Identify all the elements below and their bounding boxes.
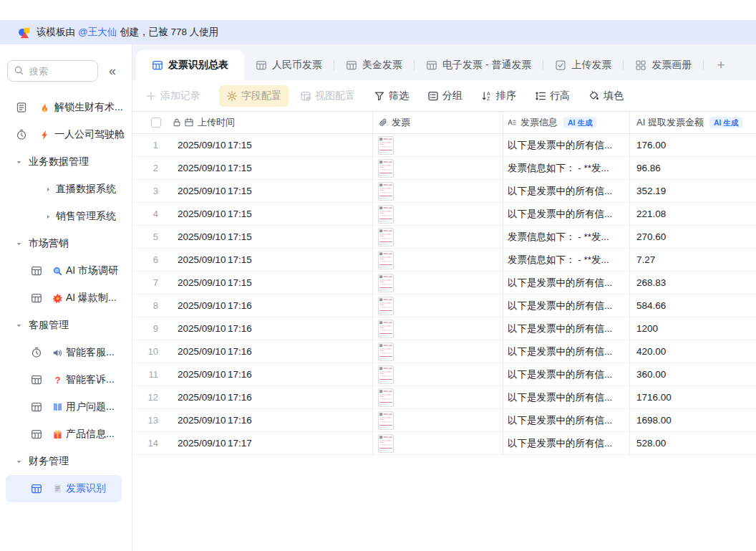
table-row[interactable]: 82025/09/1017:16以下是发票中的所有信...584.66: [132, 294, 756, 317]
invoice-thumbnail[interactable]: [378, 228, 394, 246]
cell-invoice-attachment[interactable]: [372, 294, 503, 317]
invoice-thumbnail[interactable]: [378, 342, 394, 361]
table-row[interactable]: 122025/09/1017:16以下是发票中的所有信...1716.00: [132, 386, 756, 409]
tab-5[interactable]: 发票画册: [624, 50, 703, 80]
cell-invoice-info[interactable]: 以下是发票中的所有信...: [503, 203, 629, 225]
cell-invoice-attachment[interactable]: [372, 363, 503, 385]
cell-invoice-info[interactable]: 发票信息如下： - **发...: [503, 226, 629, 248]
toolbar-plus-button[interactable]: 添加记录: [145, 90, 200, 102]
cell-upload-time[interactable]: 92025/09/1017:16: [132, 317, 372, 340]
column-header-invoice[interactable]: 发票: [372, 112, 503, 133]
cell-amount[interactable]: 7.27: [629, 249, 756, 271]
sidebar-item-10[interactable]: ?智能客诉...: [0, 366, 132, 393]
sidebar-item-2[interactable]: 业务数据管理: [0, 148, 132, 176]
sidebar-collapse-button[interactable]: «: [109, 64, 116, 77]
cell-amount[interactable]: 1716.00: [629, 386, 756, 408]
cell-amount[interactable]: 268.83: [629, 272, 756, 294]
cell-amount[interactable]: 352.19: [629, 180, 756, 202]
toolbar-groupicon-button[interactable]: 分组: [427, 90, 462, 102]
toolbar-viewcfg-button[interactable]: 视图配置: [300, 90, 355, 102]
cell-invoice-info[interactable]: 以下是发票中的所有信...: [503, 363, 629, 385]
cell-amount[interactable]: 270.60: [629, 226, 756, 248]
cell-amount[interactable]: 221.08: [629, 203, 756, 225]
tab-3[interactable]: 电子发票 - 普通发票: [415, 50, 543, 80]
invoice-thumbnail[interactable]: [378, 136, 394, 155]
cell-invoice-attachment[interactable]: [372, 317, 503, 340]
column-header-amount[interactable]: AI 提取发票金额 AI 生成: [629, 112, 756, 133]
invoice-thumbnail[interactable]: [378, 320, 394, 338]
cell-invoice-attachment[interactable]: [372, 409, 503, 431]
sidebar-item-9[interactable]: 智能客服...: [0, 339, 132, 366]
cell-upload-time[interactable]: 52025/09/1017:15: [132, 226, 372, 248]
tab-1[interactable]: 人民币发票: [244, 50, 334, 80]
table-row[interactable]: 92025/09/1017:16以下是发票中的所有信...1200: [132, 317, 756, 340]
invoice-thumbnail[interactable]: [378, 274, 394, 292]
cell-invoice-info[interactable]: 以下是发票中的所有信...: [503, 340, 629, 363]
banner-author-link[interactable]: @王大仙: [78, 26, 117, 39]
invoice-thumbnail[interactable]: [378, 388, 394, 407]
cell-upload-time[interactable]: 62025/09/1017:15: [132, 249, 372, 271]
cell-invoice-info[interactable]: 以下是发票中的所有信...: [503, 180, 629, 202]
cell-upload-time[interactable]: 102025/09/1017:16: [132, 340, 372, 363]
table-row[interactable]: 72025/09/1017:15以下是发票中的所有信...268.83: [132, 272, 756, 294]
column-header-upload-time[interactable]: 上传时间: [132, 112, 372, 133]
invoice-thumbnail[interactable]: [378, 434, 394, 453]
table-row[interactable]: 142025/09/1017:17以下是发票中的所有信...528.00: [132, 432, 756, 455]
toolbar-rowheight-button[interactable]: 行高: [535, 90, 570, 102]
table-row[interactable]: 112025/09/1017:16以下是发票中的所有信...360.00: [132, 363, 756, 386]
cell-invoice-info[interactable]: 发票信息如下： - **发...: [503, 157, 629, 179]
cell-upload-time[interactable]: 22025/09/1017:15: [132, 157, 372, 179]
cell-amount[interactable]: 420.00: [629, 340, 756, 363]
sidebar-item-0[interactable]: 解锁生财有术...: [0, 94, 132, 121]
toolbar-paint-button[interactable]: 填色: [588, 90, 624, 102]
cell-invoice-attachment[interactable]: [372, 340, 503, 363]
tab-0[interactable]: 发票识别总表: [136, 50, 244, 80]
sidebar-item-5[interactable]: 市场营销: [0, 230, 132, 257]
add-view-button[interactable]: +: [704, 50, 737, 80]
cell-invoice-attachment[interactable]: [372, 272, 503, 294]
sidebar-item-14[interactable]: 发票识别: [6, 475, 122, 502]
table-row[interactable]: 52025/09/1017:15发票信息如下： - **发...270.60: [132, 226, 756, 249]
cell-invoice-info[interactable]: 以下是发票中的所有信...: [503, 272, 629, 294]
sidebar-item-11[interactable]: 用户问题...: [0, 393, 132, 421]
sidebar-item-12[interactable]: 产品信息...: [0, 421, 132, 448]
cell-upload-time[interactable]: 132025/09/1017:16: [132, 409, 372, 431]
toolbar-sort-button[interactable]: AZ排序: [481, 90, 516, 102]
tab-2[interactable]: 美金发票: [334, 50, 414, 80]
select-all-checkbox[interactable]: [151, 118, 161, 128]
sidebar-item-6[interactable]: AI 市场调研: [0, 257, 132, 284]
cell-amount[interactable]: 1200: [629, 317, 756, 340]
cell-invoice-attachment[interactable]: [372, 157, 503, 179]
cell-amount[interactable]: 584.66: [629, 294, 756, 317]
invoice-thumbnail[interactable]: [378, 251, 394, 269]
invoice-thumbnail[interactable]: [378, 159, 394, 178]
table-row[interactable]: 12025/09/1017:15以下是发票中的所有信...176.00: [132, 134, 756, 157]
cell-invoice-attachment[interactable]: [372, 180, 503, 202]
sidebar-item-3[interactable]: 直播数据系统: [0, 176, 132, 203]
table-row[interactable]: 102025/09/1017:16以下是发票中的所有信...420.00: [132, 340, 756, 363]
table-row[interactable]: 22025/09/1017:15发票信息如下： - **发...96.86: [132, 157, 756, 180]
invoice-thumbnail[interactable]: [378, 411, 394, 430]
invoice-thumbnail[interactable]: [378, 297, 394, 315]
cell-upload-time[interactable]: 32025/09/1017:15: [132, 180, 372, 202]
cell-invoice-attachment[interactable]: [372, 249, 503, 271]
cell-amount[interactable]: 176.00: [629, 134, 756, 156]
cell-upload-time[interactable]: 72025/09/1017:15: [132, 272, 372, 294]
cell-upload-time[interactable]: 142025/09/1017:17: [132, 432, 372, 454]
invoice-thumbnail[interactable]: [378, 182, 394, 201]
toolbar-gear-button[interactable]: 字段配置: [219, 85, 289, 107]
cell-invoice-info[interactable]: 以下是发票中的所有信...: [503, 386, 629, 408]
tab-4[interactable]: 上传发票: [543, 50, 623, 80]
sidebar-item-4[interactable]: 销售管理系统: [0, 203, 132, 230]
cell-invoice-info[interactable]: 以下是发票中的所有信...: [503, 317, 629, 340]
cell-invoice-info[interactable]: 以下是发票中的所有信...: [503, 432, 629, 454]
table-row[interactable]: 132025/09/1017:16以下是发票中的所有信...1698.00: [132, 409, 756, 432]
sidebar-item-13[interactable]: 财务管理: [0, 448, 132, 475]
invoice-thumbnail[interactable]: [378, 365, 394, 384]
cell-invoice-info[interactable]: 发票信息如下： - **发...: [503, 249, 629, 271]
cell-invoice-info[interactable]: 以下是发票中的所有信...: [503, 409, 629, 431]
cell-invoice-attachment[interactable]: [372, 386, 503, 408]
sidebar-item-7[interactable]: AI 爆款制...: [0, 284, 132, 312]
toolbar-funnel-button[interactable]: 筛选: [374, 90, 409, 102]
cell-upload-time[interactable]: 42025/09/1017:15: [132, 203, 372, 225]
